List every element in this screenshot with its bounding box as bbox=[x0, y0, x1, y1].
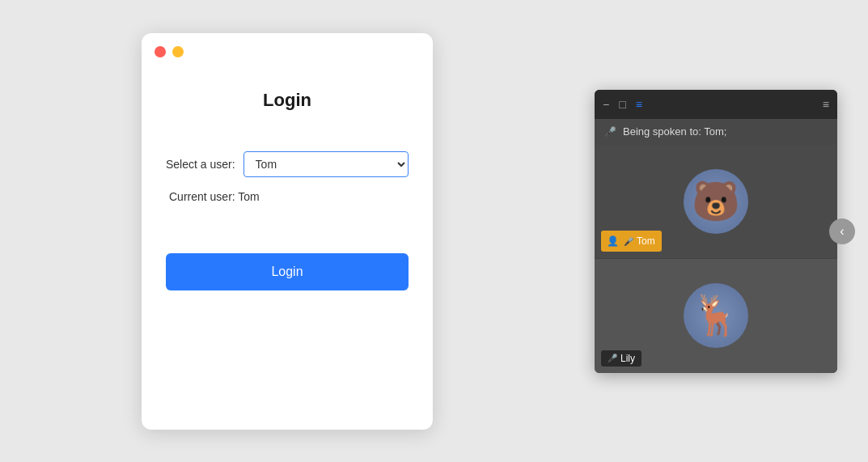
user-select[interactable]: Tom Lily Alice Bob bbox=[243, 151, 409, 177]
right-chevron-button[interactable]: ‹ bbox=[829, 218, 855, 244]
mic-icon: 🎤 bbox=[604, 126, 616, 138]
minimize-button[interactable] bbox=[172, 46, 184, 57]
chevron-right-icon: ‹ bbox=[840, 224, 844, 239]
lily-mic-icon: 🎤 bbox=[608, 354, 617, 362]
tom-person-icon: 👤 bbox=[604, 233, 620, 249]
chat-header: − □ ≡ ≡ bbox=[595, 90, 837, 119]
lily-name-tag: 🎤 Lily bbox=[601, 350, 641, 367]
minus-icon[interactable]: − bbox=[603, 98, 609, 111]
lily-emoji: 🦌 bbox=[692, 293, 740, 338]
window-controls bbox=[155, 46, 184, 57]
tom-name-label: Tom bbox=[637, 235, 655, 247]
tom-emoji: 🐻 bbox=[692, 179, 740, 224]
tom-avatar: 🐻 bbox=[684, 169, 748, 234]
speaking-bar: 🎤 Being spoken to: Tom; bbox=[595, 119, 837, 145]
lily-name-label: Lily bbox=[620, 353, 635, 364]
login-panel: Login Select a user: Tom Lily Alice Bob … bbox=[142, 33, 433, 430]
video-grid: 🐻 👤 🎤 Tom 🦌 🎤 Lily bbox=[595, 145, 837, 373]
person-glyph: 👤 bbox=[607, 235, 619, 247]
video-cell-tom: 🐻 👤 🎤 Tom bbox=[595, 145, 837, 260]
video-cell-lily: 🦌 🎤 Lily bbox=[595, 259, 837, 373]
menu-icon[interactable]: ≡ bbox=[823, 98, 829, 111]
grid-icon[interactable]: ≡ bbox=[636, 98, 642, 111]
tom-name-tag: 👤 🎤 Tom bbox=[601, 231, 662, 252]
select-row: Select a user: Tom Lily Alice Bob bbox=[166, 151, 409, 177]
close-button[interactable] bbox=[155, 46, 166, 57]
chat-panel: − □ ≡ ≡ 🎤 Being spoken to: Tom; 🐻 👤 🎤 To… bbox=[595, 90, 837, 373]
current-user-text: Current user: Tom bbox=[169, 190, 260, 203]
speaking-text: Being spoken to: Tom; bbox=[623, 125, 726, 138]
lily-avatar: 🦌 bbox=[684, 283, 748, 348]
select-label: Select a user: bbox=[166, 158, 235, 171]
login-title: Login bbox=[263, 90, 311, 111]
tom-mic-icon: 🎤 bbox=[624, 237, 633, 246]
login-button[interactable]: Login bbox=[166, 253, 409, 290]
window-icon[interactable]: □ bbox=[619, 98, 625, 111]
form-group: Select a user: Tom Lily Alice Bob Curren… bbox=[166, 151, 409, 203]
